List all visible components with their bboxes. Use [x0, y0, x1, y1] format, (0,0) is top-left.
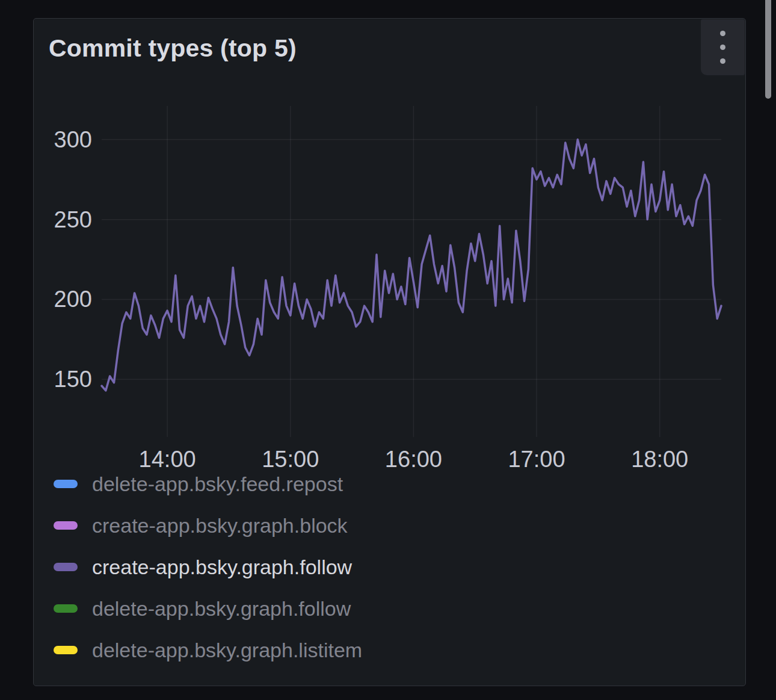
- legend-series-marker: [54, 521, 78, 530]
- grafana-panel: 15020025030014:0015:0016:0017:0018:00 Co…: [33, 18, 746, 686]
- legend-series-label: delete-app.bsky.graph.listitem: [92, 640, 362, 660]
- legend-series-marker: [54, 480, 78, 488]
- legend-series-label: create-app.bsky.graph.follow: [92, 557, 352, 577]
- legend-item[interactable]: delete-app.bsky.graph.follow: [54, 598, 362, 619]
- legend-series-marker: [54, 563, 78, 571]
- legend-item[interactable]: create-app.bsky.graph.follow: [54, 557, 362, 577]
- scrollbar[interactable]: [765, 0, 776, 700]
- y-axis-tick-label: 250: [54, 207, 92, 232]
- x-axis-tick-label: 16:00: [385, 447, 442, 470]
- y-axis-tick-label: 150: [54, 367, 92, 392]
- x-axis-tick-label: 15:00: [262, 447, 319, 470]
- legend-series-label: delete-app.bsky.feed.repost: [92, 474, 343, 494]
- y-axis-tick-label: 200: [54, 287, 92, 312]
- panel-menu-button[interactable]: [701, 19, 745, 75]
- legend-series-label: delete-app.bsky.graph.follow: [92, 598, 351, 619]
- x-axis-tick-label: 18:00: [631, 447, 688, 470]
- legend-series-marker: [54, 646, 78, 654]
- legend-item[interactable]: delete-app.bsky.feed.repost: [54, 474, 362, 494]
- legend-series-marker: [54, 604, 78, 613]
- x-axis-tick-label: 14:00: [139, 447, 196, 470]
- x-axis-tick-label: 17:00: [508, 447, 565, 470]
- y-axis-tick-label: 300: [54, 127, 92, 152]
- time-series-chart: 15020025030014:0015:0016:0017:0018:00: [34, 19, 745, 470]
- panel-title: Commit types (top 5): [49, 34, 297, 63]
- dashboard-page: 15020025030014:0015:0016:0017:0018:00 Co…: [0, 0, 776, 700]
- scrollbar-thumb[interactable]: [765, 0, 771, 99]
- kebab-menu-icon: [720, 31, 725, 64]
- legend-item[interactable]: delete-app.bsky.graph.listitem: [54, 640, 362, 660]
- legend-series-label: create-app.bsky.graph.block: [92, 515, 348, 536]
- legend-item[interactable]: create-app.bsky.graph.block: [54, 515, 362, 536]
- panel-header: Commit types (top 5): [34, 19, 745, 79]
- chart-legend: delete-app.bsky.feed.repostcreate-app.bs…: [54, 474, 362, 660]
